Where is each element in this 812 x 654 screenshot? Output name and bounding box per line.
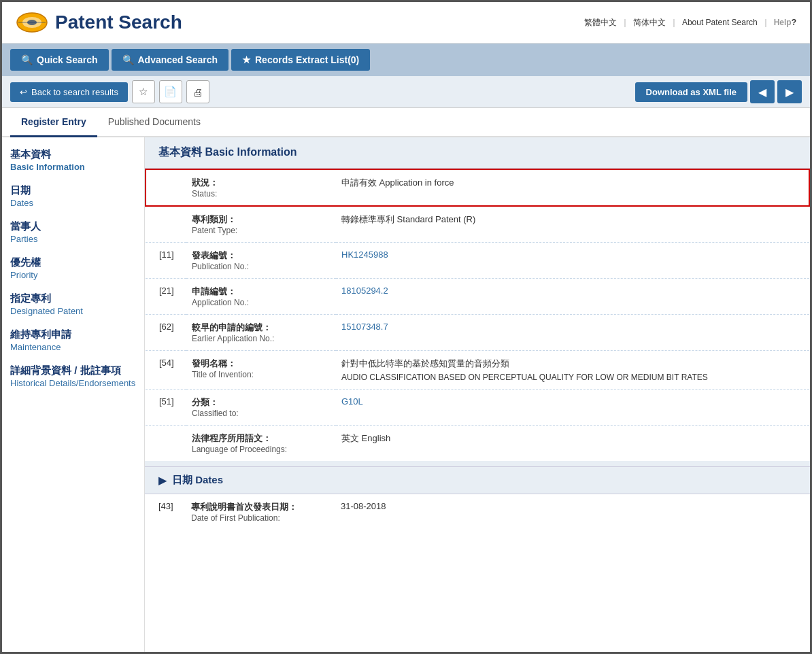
sidebar-item-maintenance[interactable]: 維持專利申請 Maintenance	[10, 328, 136, 352]
prev-record-button[interactable]: ◀	[750, 80, 775, 103]
document-button[interactable]: 📄	[159, 80, 182, 103]
toolbar-right: Download as XML file ◀ ▶	[635, 80, 802, 103]
sidebar-item-historical[interactable]: 詳細背景資料 / 批註事項 Historical Details/Endorse…	[10, 364, 136, 388]
left-arrow-icon: ◀	[758, 86, 766, 99]
tab-published-documents[interactable]: Published Documents	[97, 108, 212, 137]
content-area: 基本資料 Basic Information 狀況： Status: 申請有效 …	[145, 137, 810, 652]
patent-type-row: 專利類別： Patent Type: 轉錄標準專利 Standard Paten…	[146, 206, 809, 243]
download-xml-button[interactable]: Download as XML file	[635, 82, 747, 102]
classified-to-link[interactable]: G10L	[341, 396, 363, 407]
dates-section-header[interactable]: ▶ 日期 Dates	[145, 466, 810, 494]
basic-info-table: 狀況： Status: 申請有效 Application in force 專利…	[145, 169, 810, 461]
title-of-invention-row: [54] 發明名稱： Title of Invention: 針對中低比特率的基…	[146, 351, 809, 390]
publication-no-link[interactable]: HK1245988	[341, 249, 388, 260]
sidebar-item-basic-info[interactable]: 基本資料 Basic Information	[10, 148, 136, 172]
dates-table: [43] 專利說明書首次發表日期： Date of First Publicat…	[145, 494, 810, 530]
about-link[interactable]: About Patent Search	[682, 18, 758, 27]
sidebar: 基本資料 Basic Information 日期 Dates 當事人 Part…	[2, 137, 145, 652]
back-arrow-icon: ↩	[20, 87, 27, 97]
quick-search-button[interactable]: 🔍 Quick Search	[10, 49, 109, 71]
application-no-link[interactable]: 18105294.2	[341, 286, 388, 296]
status-row: 狀況： Status: 申請有效 Application in force	[146, 169, 809, 206]
bookmark-button[interactable]: ☆	[132, 80, 155, 103]
simp-chinese-link[interactable]: 简体中文	[633, 17, 666, 29]
tabs-bar: Register Entry Published Documents	[2, 108, 810, 137]
next-record-button[interactable]: ▶	[777, 80, 802, 103]
main-content: 基本資料 Basic Information 日期 Dates 當事人 Part…	[2, 137, 810, 652]
nav-bar: 🔍 Quick Search 🔍 Advanced Search ★ Recor…	[2, 44, 810, 76]
trad-chinese-link[interactable]: 繁體中文	[584, 17, 617, 29]
sidebar-item-designated-patent[interactable]: 指定專利 Designated Patent	[10, 292, 136, 316]
records-extract-button[interactable]: ★ Records Extract List(0)	[231, 49, 370, 71]
first-publication-row: [43] 專利說明書首次發表日期： Date of First Publicat…	[145, 494, 810, 530]
search-icon: 🔍	[122, 54, 134, 65]
earlier-application-row: [62] 較早的申請的編號： Earlier Application No.: …	[146, 315, 809, 351]
toolbar: ↩ Back to search results ☆ 📄 🖨 Download …	[2, 76, 810, 108]
application-no-row: [21] 申請編號： Application No.: 18105294.2	[146, 279, 809, 315]
right-arrow-icon: ▶	[785, 86, 794, 99]
help-link[interactable]: Help?	[774, 18, 796, 27]
tab-register-entry[interactable]: Register Entry	[10, 108, 97, 137]
publication-no-row: [11] 發表編號： Publication No.: HK1245988	[146, 243, 809, 279]
basic-info-header: 基本資料 Basic Information	[145, 137, 810, 169]
earlier-application-link[interactable]: 15107348.7	[341, 322, 388, 332]
language-row: 法律程序所用語文： Language of Proceedings: 英文 En…	[146, 426, 809, 462]
print-icon: 🖨	[192, 86, 203, 98]
sidebar-item-priority[interactable]: 優先權 Priority	[10, 256, 136, 280]
chevron-right-icon: ▶	[158, 475, 167, 487]
search-icon: 🔍	[21, 54, 33, 65]
logo-icon	[16, 10, 48, 35]
site-title: Patent Search	[55, 12, 182, 33]
section-divider	[145, 461, 810, 466]
classified-to-row: [51] 分類： Classified to: G10L	[146, 390, 809, 426]
logo-area: Patent Search	[16, 10, 182, 35]
back-button[interactable]: ↩ Back to search results	[10, 82, 128, 102]
star-icon: ☆	[139, 86, 148, 98]
sidebar-item-parties[interactable]: 當事人 Parties	[10, 220, 136, 244]
star-icon: ★	[242, 54, 251, 65]
document-icon: 📄	[164, 86, 177, 98]
header-links: 繁體中文 ｜ 简体中文 ｜ About Patent Search ｜ Help…	[584, 17, 796, 29]
sidebar-item-dates[interactable]: 日期 Dates	[10, 184, 136, 208]
advanced-search-button[interactable]: 🔍 Advanced Search	[112, 49, 229, 71]
print-button[interactable]: 🖨	[186, 80, 209, 103]
toolbar-left: ↩ Back to search results ☆ 📄 🖨	[10, 80, 209, 103]
header: Patent Search 繁體中文 ｜ 简体中文 ｜ About Patent…	[2, 2, 810, 44]
